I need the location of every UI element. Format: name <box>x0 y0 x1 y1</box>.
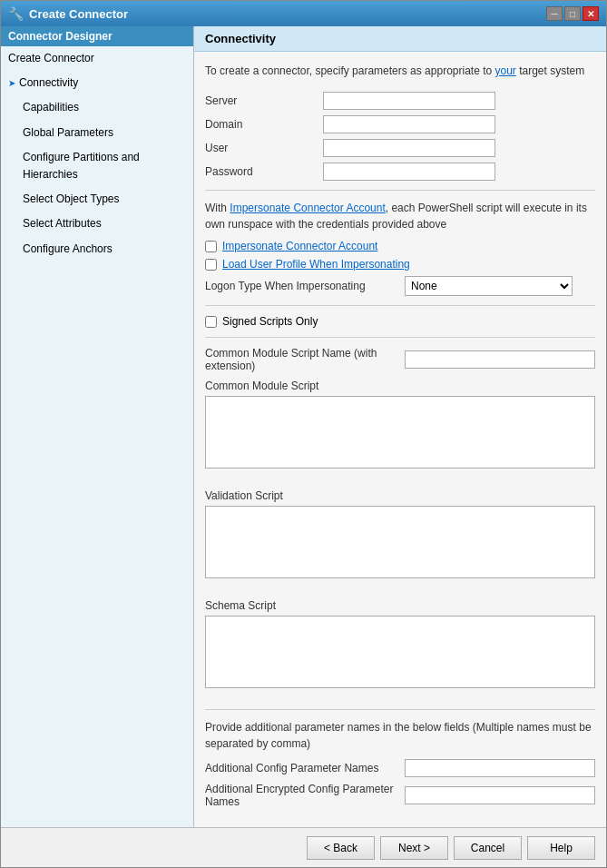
title-bar-controls: ─ □ ✕ <box>546 6 599 21</box>
minimize-button[interactable]: ─ <box>546 6 563 21</box>
your-link[interactable]: your <box>495 64 516 77</box>
password-label: Password <box>205 165 323 178</box>
sidebar: Connector Designer Create Connector Conn… <box>1 26 194 827</box>
domain-row: Domain <box>205 115 595 133</box>
schema-script-textarea[interactable] <box>205 616 595 688</box>
sidebar-item-connectivity[interactable]: Connectivity <box>1 71 193 95</box>
password-row: Password <box>205 163 595 181</box>
domain-label: Domain <box>205 118 323 131</box>
divider-4 <box>205 709 595 710</box>
help-button[interactable]: Help <box>527 836 595 860</box>
impersonate-link[interactable]: Impersonate Connector Account <box>230 202 385 214</box>
common-module-script-textarea[interactable] <box>205 396 595 469</box>
additional-config-row: Additional Config Parameter Names <box>205 759 595 777</box>
maximize-button[interactable]: □ <box>564 6 581 21</box>
additional-encrypted-label: Additional Encrypted Config Parameter Na… <box>205 783 405 808</box>
signed-scripts-label: Signed Scripts Only <box>222 315 318 328</box>
common-module-name-input[interactable] <box>405 350 595 369</box>
sidebar-item-select-attributes[interactable]: Select Attributes <box>1 212 193 236</box>
intro-text-content: To create a connector, specify parameter… <box>205 64 495 77</box>
user-label: User <box>205 142 323 154</box>
sidebar-item-global-parameters[interactable]: Global Parameters <box>1 121 193 145</box>
sidebar-label-global-parameters: Global Parameters <box>23 126 113 139</box>
content-area: Connector Designer Create Connector Conn… <box>1 26 606 827</box>
main-content: To create a connector, specify parameter… <box>194 52 606 827</box>
divider-1 <box>205 190 595 191</box>
main-panel: Connectivity To create a connector, spec… <box>194 26 606 827</box>
user-input[interactable] <box>323 139 495 157</box>
sidebar-label-capabilities: Capabilities <box>23 101 79 113</box>
sidebar-label-select-attributes: Select Attributes <box>23 217 102 230</box>
impersonate-info: With Impersonate Connector Account, each… <box>205 200 595 232</box>
common-module-name-row: Common Module Script Name (with extensio… <box>205 347 595 372</box>
main-header: Connectivity <box>194 26 606 52</box>
additional-config-input[interactable] <box>405 759 595 777</box>
cancel-button[interactable]: Cancel <box>454 836 522 860</box>
additional-config-label: Additional Config Parameter Names <box>205 762 405 774</box>
load-profile-checkbox-row: Load User Profile When Impersonating <box>205 258 595 271</box>
intro-text: To create a connector, specify parameter… <box>205 63 595 79</box>
divider-2 <box>205 305 595 306</box>
sidebar-item-capabilities[interactable]: Capabilities <box>1 95 193 120</box>
sidebar-label-configure-partitions: Configure Partitions and Hierarchies <box>23 151 140 181</box>
validation-script-section: Validation Script <box>205 489 595 590</box>
bottom-info-text: Provide additional parameter names in th… <box>205 719 595 752</box>
user-row: User <box>205 139 595 157</box>
load-profile-checkbox-label[interactable]: Load User Profile When Impersonating <box>222 258 410 271</box>
additional-encrypted-input[interactable] <box>405 786 595 804</box>
common-module-script-label: Common Module Script <box>205 380 595 392</box>
schema-script-label: Schema Script <box>205 599 595 612</box>
window-icon: 🔧 <box>8 6 24 21</box>
domain-input[interactable] <box>323 115 495 133</box>
sidebar-item-configure-partitions[interactable]: Configure Partitions and Hierarchies <box>1 145 193 187</box>
sidebar-label-create-connector: Create Connector <box>8 52 94 64</box>
window-title: Create Connector <box>29 7 128 21</box>
sidebar-item-configure-anchors[interactable]: Configure Anchors <box>1 237 193 261</box>
additional-encrypted-row: Additional Encrypted Config Parameter Na… <box>205 783 595 808</box>
validation-script-textarea[interactable] <box>205 506 595 578</box>
impersonate-checkbox-row: Impersonate Connector Account <box>205 240 595 252</box>
schema-script-section: Schema Script <box>205 599 595 700</box>
impersonate-checkbox-label[interactable]: Impersonate Connector Account <box>222 240 377 252</box>
intro-text-content2: target system <box>516 64 584 77</box>
title-bar: 🔧 Create Connector ─ □ ✕ <box>1 1 606 26</box>
logon-type-select[interactable]: None Interactive Network Batch Service N… <box>405 276 573 296</box>
common-module-script-section: Common Module Script <box>205 380 595 480</box>
divider-3 <box>205 337 595 338</box>
back-button[interactable]: < Back <box>307 836 375 860</box>
sidebar-item-select-object-types[interactable]: Select Object Types <box>1 187 193 212</box>
password-input[interactable] <box>323 163 495 181</box>
signed-scripts-row: Signed Scripts Only <box>205 315 595 328</box>
footer: < Back Next > Cancel Help <box>1 827 606 867</box>
sidebar-header: Connector Designer <box>1 26 193 46</box>
close-button[interactable]: ✕ <box>583 6 599 21</box>
bottom-spacer <box>205 814 595 827</box>
title-bar-left: 🔧 Create Connector <box>8 6 128 21</box>
signed-scripts-checkbox[interactable] <box>205 316 217 328</box>
impersonate-checkbox[interactable] <box>205 241 217 252</box>
common-module-name-label: Common Module Script Name (with extensio… <box>205 347 405 372</box>
sidebar-label-configure-anchors: Configure Anchors <box>23 242 113 255</box>
logon-type-label: Logon Type When Impersonating <box>205 280 405 292</box>
sidebar-label-connectivity: Connectivity <box>19 74 78 92</box>
window: 🔧 Create Connector ─ □ ✕ Connector Desig… <box>0 0 607 868</box>
sidebar-label-select-object-types: Select Object Types <box>23 192 120 205</box>
sidebar-item-create-connector[interactable]: Create Connector <box>1 46 193 71</box>
validation-script-label: Validation Script <box>205 489 595 502</box>
next-button[interactable]: Next > <box>380 836 448 860</box>
server-row: Server <box>205 92 595 110</box>
server-label: Server <box>205 94 323 107</box>
server-input[interactable] <box>323 92 495 110</box>
logon-type-row: Logon Type When Impersonating None Inter… <box>205 276 595 296</box>
load-profile-checkbox[interactable] <box>205 259 217 271</box>
